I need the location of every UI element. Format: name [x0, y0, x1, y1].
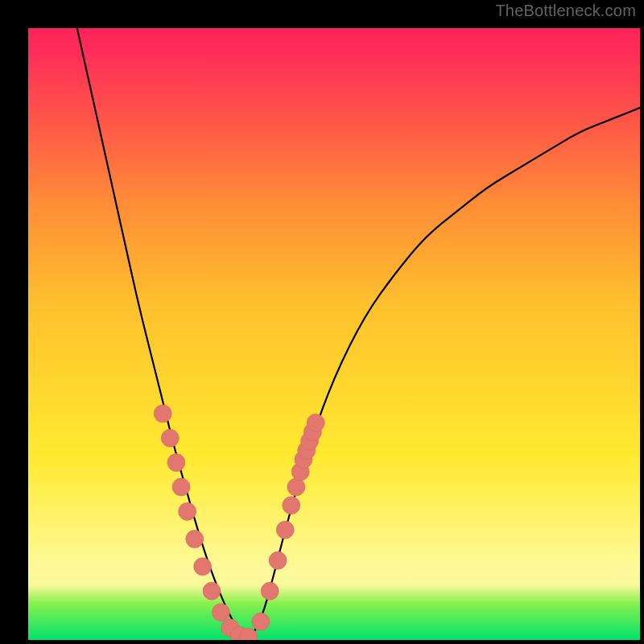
watermark-text: TheBottleneck.com	[495, 2, 636, 20]
data-point	[283, 497, 300, 514]
data-point	[307, 414, 324, 431]
data-point	[167, 454, 185, 472]
data-point	[186, 530, 204, 548]
data-point	[261, 582, 279, 600]
data-point	[154, 405, 171, 423]
data-point	[269, 551, 287, 569]
chart-frame: TheBottleneck.com	[0, 0, 644, 644]
data-point	[172, 478, 190, 496]
data-point	[179, 502, 196, 520]
data-point	[203, 582, 221, 600]
plot-svg	[28, 28, 640, 640]
data-point	[161, 429, 179, 447]
plot-area	[28, 28, 640, 640]
bottleneck-curve	[77, 28, 640, 636]
data-point	[252, 613, 270, 630]
data-point	[194, 558, 212, 576]
data-point	[276, 521, 294, 539]
data-point	[212, 604, 229, 621]
data-point	[287, 478, 305, 496]
